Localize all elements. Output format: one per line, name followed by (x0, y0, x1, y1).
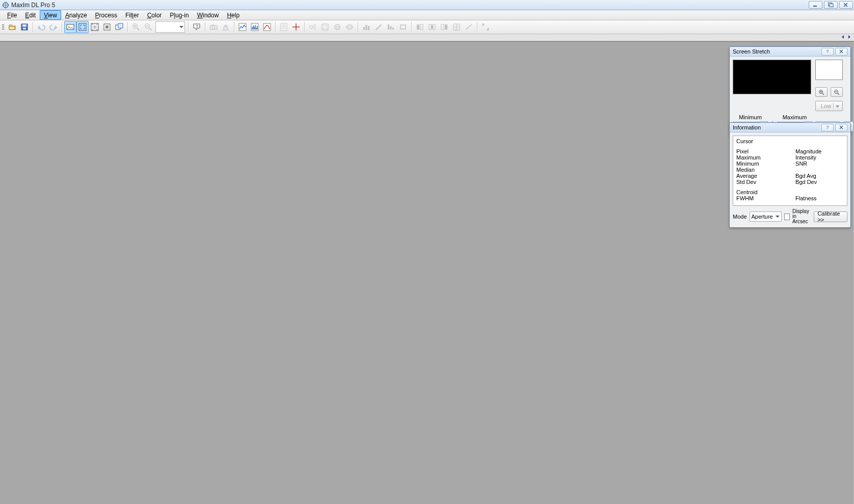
histogram-display[interactable] (733, 60, 811, 94)
info-readout: Cursor PixelMagnitudeMaximumIntensityMin… (733, 136, 847, 206)
panel-help-button[interactable]: ? (821, 124, 834, 131)
panel-close-button[interactable] (835, 124, 847, 131)
mode-select[interactable]: Aperture (750, 211, 782, 222)
chevron-down-icon (833, 103, 839, 109)
line-profile-icon[interactable] (261, 21, 273, 33)
menu-window[interactable]: Window (193, 10, 223, 20)
graph-icon[interactable] (236, 21, 249, 33)
svg-point-40 (323, 25, 324, 26)
svg-rect-7 (22, 24, 26, 26)
fwhm-label: FWHM (736, 195, 754, 201)
annotate-icon[interactable] (319, 21, 331, 33)
app-icon (2, 2, 9, 9)
zoom-combo[interactable] (155, 21, 185, 33)
crosshair-icon[interactable] (101, 21, 113, 33)
align-center-icon[interactable] (426, 21, 438, 33)
svg-rect-56 (420, 24, 423, 30)
svg-rect-52 (390, 26, 392, 30)
panel-title-bar[interactable]: Information ? (730, 123, 850, 132)
align-left-icon[interactable] (414, 21, 426, 33)
flatness-label: Flatness (795, 195, 817, 201)
full-screen-icon[interactable] (89, 21, 101, 33)
planetarium-icon[interactable] (343, 21, 356, 33)
zoom-in-icon[interactable] (130, 21, 142, 33)
dso-list-icon[interactable] (307, 21, 319, 33)
open-icon[interactable] (6, 21, 18, 33)
menu-analyze[interactable]: Analyze (61, 10, 91, 20)
zoom-out-icon[interactable] (142, 21, 154, 33)
svg-rect-48 (363, 27, 365, 30)
info-label: Pixel (736, 148, 749, 154)
maximum-label: Maximum (783, 114, 807, 120)
menu-color[interactable]: Color (143, 10, 166, 20)
panel-title-bar[interactable]: Screen Stretch ? (730, 47, 850, 57)
dock-scroll-left-icon[interactable] (841, 35, 845, 39)
target-icon[interactable] (290, 21, 302, 33)
svg-rect-29 (239, 23, 246, 31)
menu-bar: FileEditViewAnalyzeProcessFilterColorPlu… (0, 10, 854, 20)
calibrate-button[interactable]: Calibrate >> (814, 211, 847, 222)
svg-rect-16 (118, 23, 123, 28)
circle-tool-icon[interactable] (331, 21, 343, 33)
fits-header-icon[interactable] (278, 21, 290, 33)
steps-icon[interactable] (372, 21, 385, 33)
save-icon[interactable] (18, 21, 31, 33)
stretch-preset-label: Low (821, 103, 831, 109)
menu-file[interactable]: File (3, 10, 21, 20)
dock-strip (0, 34, 854, 41)
svg-rect-61 (445, 24, 447, 30)
svg-point-44 (335, 24, 340, 30)
camera-control-icon[interactable] (207, 21, 220, 33)
grid-icon[interactable] (450, 21, 463, 33)
svg-line-67 (822, 93, 824, 95)
expand-icon[interactable] (479, 21, 492, 33)
observatory-icon[interactable] (220, 21, 232, 33)
svg-point-42 (323, 28, 324, 29)
maximize-button[interactable] (824, 1, 838, 9)
display-arcsec-label: Display in Arcsec (792, 209, 811, 224)
image-view-icon[interactable] (64, 21, 76, 33)
svg-point-45 (336, 26, 338, 28)
menu-help[interactable]: Help (223, 10, 244, 20)
svg-point-38 (310, 25, 313, 29)
svg-text:?: ? (196, 24, 198, 29)
menu-process[interactable]: Process (91, 10, 121, 20)
menu-filter[interactable]: Filter (121, 10, 143, 20)
undo-icon[interactable] (35, 21, 47, 33)
menu-view[interactable]: View (40, 10, 61, 20)
svg-rect-50 (368, 26, 369, 30)
stretch-preset-button[interactable]: Low (815, 101, 843, 111)
preview-zoom-out-button[interactable] (831, 87, 843, 97)
svg-rect-27 (212, 24, 214, 25)
info-label: Average (736, 173, 757, 179)
toolbar-grip[interactable] (2, 22, 5, 32)
close-button[interactable] (839, 1, 853, 9)
rect-icon[interactable] (397, 21, 409, 33)
display-arcsec-checkbox[interactable] (784, 214, 790, 220)
align-right-icon[interactable] (438, 21, 450, 33)
information-panel: Information ? Cursor PixelMagnitudeMaxim… (729, 122, 851, 228)
panel-help-button[interactable]: ? (821, 48, 834, 56)
clone-view-icon[interactable] (113, 21, 125, 33)
svg-rect-14 (105, 25, 109, 29)
line-icon[interactable] (463, 21, 475, 33)
minimize-button[interactable] (809, 1, 822, 9)
panel-title: Information (733, 124, 761, 130)
panel-close-button[interactable] (835, 48, 847, 56)
dock-scroll-right-icon[interactable] (847, 35, 851, 39)
preview-zoom-in-button[interactable] (815, 87, 828, 97)
svg-rect-3 (813, 6, 817, 7)
menu-plug-in[interactable]: Plug-in (166, 10, 193, 20)
context-help-icon[interactable]: ? (191, 21, 203, 33)
fit-view-icon[interactable] (76, 21, 89, 33)
svg-point-43 (326, 28, 327, 29)
redo-icon[interactable] (47, 21, 60, 33)
levels-icon[interactable] (385, 21, 397, 33)
bar-chart-icon[interactable] (360, 21, 372, 33)
centroid-label: Centroid (736, 189, 758, 195)
info-label: Bgd Dev (795, 179, 817, 185)
histogram-stretch-icon[interactable] (249, 21, 261, 33)
svg-rect-39 (322, 24, 328, 30)
stretch-preview (815, 60, 843, 80)
menu-edit[interactable]: Edit (21, 10, 40, 20)
